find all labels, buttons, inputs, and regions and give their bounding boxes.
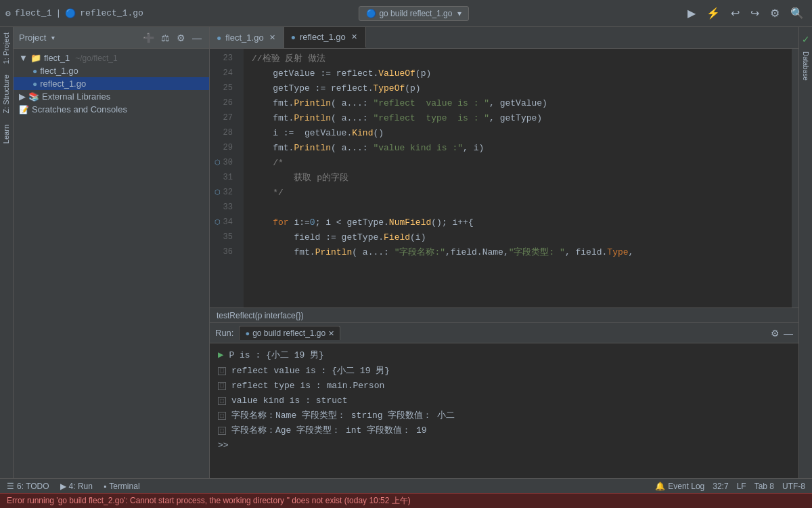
dropdown-arrow-icon: ▾	[457, 9, 461, 18]
bottom-tab-run[interactable]: ● go build reflect_1.go ✕	[239, 326, 340, 340]
run-prompt: >>	[218, 438, 229, 453]
code-line-29: fmt.Println( a...: "value kind is :", i)	[252, 141, 792, 156]
tabs-bar: ● flect_1.go ✕ ● reflect_1.go ✕	[210, 27, 798, 49]
event-log-icon: 🔔	[655, 482, 665, 491]
tree-item-extlibs[interactable]: ▶ 📚 External Libraries	[14, 90, 209, 103]
build-icon: 🔵	[366, 9, 376, 18]
left-sidebar-icons: 1: Project Z: Structure Learn	[0, 27, 14, 478]
tree-item-root[interactable]: ▼ 📁 flect_1 ~/go/flect_1	[14, 51, 209, 64]
debug-button[interactable]: ⚡	[704, 5, 723, 21]
terminal-label: Terminal	[109, 482, 139, 491]
line-num-31: 31	[210, 171, 238, 186]
coverage-button[interactable]: ↪	[748, 5, 762, 21]
line-num-33: 33	[210, 200, 238, 215]
folder-icon: 📁	[30, 53, 41, 63]
file-tree: ▼ 📁 flect_1 ~/go/flect_1 ● flect_1.go ● …	[14, 49, 209, 478]
tree-file-label-2: reflect_1.go	[40, 79, 86, 89]
encoding-info: UTF-8	[782, 482, 805, 491]
sidebar-item-learn[interactable]: Learn	[0, 119, 13, 149]
sidebar-item-database[interactable]: Database	[800, 47, 811, 85]
run-prefix-play: ▶	[218, 347, 223, 364]
tab-flect1go[interactable]: ● flect_1.go ✕	[210, 27, 284, 48]
code-line-23: //检验 反射 做法	[252, 51, 792, 66]
panel-settings-button[interactable]: ⚙	[175, 32, 187, 44]
run-output-text-6: 字段名称：Age 字段类型： int 字段数值： 19	[231, 423, 427, 438]
main-area: 1: Project Z: Structure Learn Project ▾ …	[0, 27, 812, 478]
run-output-line-2: □ reflect value is : {小二 19 男}	[218, 364, 790, 379]
code-line-24: getValue := reflect.ValueOf(p)	[252, 66, 792, 81]
top-project-label: flect_1	[15, 8, 52, 18]
code-line-31: 获取 p的字段	[252, 171, 792, 186]
build-tools-button[interactable]: ⚙	[767, 5, 782, 21]
tab-icon-reflect1: ●	[291, 33, 296, 42]
right-sidebar: ✓ Database	[798, 27, 812, 478]
tree-item-scratches[interactable]: 📝 Scratches and Consoles	[14, 103, 209, 116]
code-content[interactable]: //检验 反射 做法 getValue := reflect.ValueOf(p…	[244, 49, 792, 308]
indent-info: Tab 8	[754, 482, 774, 491]
event-log-link[interactable]: 🔔 Event Log	[655, 482, 704, 491]
run-label: Run:	[215, 328, 233, 338]
code-line-32: */	[252, 186, 792, 200]
run-settings-button[interactable]: ⚙	[771, 328, 780, 339]
line-num-25: 25	[210, 81, 238, 96]
tab-close-flect1[interactable]: ✕	[268, 33, 277, 43]
run-tab-close[interactable]: ✕	[328, 329, 334, 338]
tree-item-reflect1go[interactable]: ● reflect_1.go	[14, 77, 209, 90]
run-prefix-sq-6: □	[218, 427, 226, 435]
project-panel: Project ▾ ➕ ⚖ ⚙ — ▼ 📁 flect_1 ~/go/flect…	[14, 27, 210, 478]
editor-area: ● flect_1.go ✕ ● reflect_1.go ✕ 23 24 25…	[210, 27, 798, 478]
top-bar-left: ⚙ flect_1 | 🔵 reflect_1.go	[5, 8, 143, 19]
sidebar-item-project[interactable]: 1: Project	[0, 27, 13, 69]
run-button[interactable]: ▶	[685, 5, 698, 21]
code-line-25: getType := reflect.TypeOf(p)	[252, 81, 792, 96]
status-todo[interactable]: ☰ 6: TODO	[7, 482, 49, 491]
run-output-line-4: □ value kind is : struct	[218, 394, 790, 408]
run-minimize-button[interactable]: —	[784, 328, 793, 339]
editor-scrollbar[interactable]	[792, 49, 798, 308]
status-right: 🔔 Event Log 32:7 LF Tab 8 UTF-8	[655, 482, 805, 491]
panel-add-button[interactable]: ➕	[141, 32, 156, 44]
todo-icon: ☰	[7, 482, 14, 491]
go-file-icon-2: ●	[32, 79, 37, 89]
panel-actions: ➕ ⚖ ⚙ —	[141, 32, 204, 44]
run-output-text-4: value kind is : struct	[231, 394, 348, 408]
line-num-29: 29	[210, 141, 238, 156]
error-text: Error running 'go build flect_2.go': Can…	[7, 495, 411, 507]
breadcrumb-bar: testReflect(p interface{})	[210, 308, 798, 322]
tab-reflect1go[interactable]: ● reflect_1.go ✕	[284, 27, 366, 48]
run-tab-label: go build reflect_1.go	[252, 329, 325, 338]
lib-icon: 📚	[28, 91, 39, 102]
top-separator: |	[55, 8, 61, 18]
run-output-line-1: ▶ P is : {小二 19 男}	[218, 347, 790, 364]
tree-root-label: flect_1	[44, 53, 70, 63]
panel-collapse-button[interactable]: ⚖	[159, 32, 172, 44]
tab-icon-flect1: ●	[217, 33, 221, 43]
panel-close-button[interactable]: —	[190, 32, 204, 44]
line-ending: LF	[737, 482, 746, 491]
breadcrumb: testReflect(p interface{})	[217, 311, 304, 320]
run-output: ▶ P is : {小二 19 男} □ reflect value is : …	[210, 343, 798, 478]
sidebar-item-structure[interactable]: Z: Structure	[0, 69, 13, 119]
tree-item-flect1go[interactable]: ● flect_1.go	[14, 64, 209, 77]
panel-title: Project	[19, 33, 46, 43]
code-line-36: fmt.Println( a...: "字段名称:",field.Name,"字…	[252, 245, 792, 260]
build-label: go build reflect_1.go	[379, 9, 452, 18]
tab-close-reflect1[interactable]: ✕	[350, 32, 359, 42]
tree-scratch-label: Scratches and Consoles	[32, 104, 127, 114]
bottom-panel: Run: ● go build reflect_1.go ✕ ⚙ — ▶ P i…	[210, 322, 798, 478]
line-num-32: ⬡32	[210, 186, 238, 200]
folder-arrow-icon: ▼	[19, 53, 28, 63]
event-log-label: Event Log	[668, 482, 704, 491]
vcs-button[interactable]: 🔍	[788, 5, 807, 21]
status-run[interactable]: ▶ 4: Run	[60, 482, 93, 491]
todo-label: 6: TODO	[17, 482, 49, 491]
build-button[interactable]: 🔵 go build reflect_1.go ▾	[359, 6, 469, 21]
run-output-line-6: □ 字段名称：Age 字段类型： int 字段数值： 19	[218, 423, 790, 438]
line-num-35: 35	[210, 230, 238, 245]
code-editor: 23 24 25 26 27 28 29 ⬡30 31 ⬡32 33 ⬡34 3…	[210, 49, 798, 308]
line-num-23: 23	[210, 51, 238, 66]
status-terminal[interactable]: ▪ Terminal	[104, 482, 140, 491]
code-line-27: fmt.Println( a...: "reflect type is : ",…	[252, 111, 792, 126]
top-file-icon: 🔵	[65, 8, 76, 19]
run-config-button[interactable]: ↩	[728, 5, 742, 21]
